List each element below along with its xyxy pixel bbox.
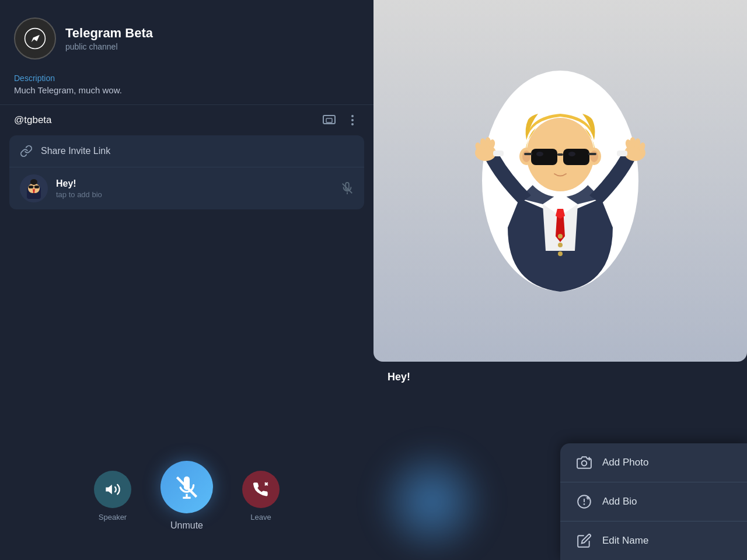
- svg-point-36: [536, 152, 543, 156]
- svg-rect-10: [29, 186, 33, 188]
- control-buttons: Speaker Unmute: [94, 461, 280, 531]
- link-icon: [20, 145, 33, 158]
- edit-name-menu-item[interactable]: Edit Name: [560, 522, 747, 560]
- user-bio: tap to add bio: [56, 190, 333, 199]
- mute-circle: [160, 461, 213, 513]
- description-label: Description: [14, 74, 359, 83]
- edit-name-label: Edit Name: [602, 535, 648, 547]
- username-text: @tgbeta: [14, 114, 52, 126]
- svg-rect-11: [34, 186, 39, 188]
- speaker-button[interactable]: Speaker: [94, 471, 131, 522]
- speaker-circle: [94, 471, 131, 508]
- blur-decoration: [374, 443, 490, 560]
- share-invite-label: Share Invite Link: [41, 146, 110, 156]
- svg-rect-31: [531, 149, 557, 165]
- username-actions: [322, 113, 359, 127]
- description-section: Description Much Telegram, much wow.: [0, 74, 374, 104]
- svg-rect-33: [557, 153, 563, 156]
- action-card: Share Invite Link: [9, 135, 364, 209]
- svg-point-53: [582, 461, 587, 466]
- svg-rect-52: [617, 150, 627, 156]
- more-options-icon[interactable]: [345, 113, 359, 127]
- channel-name: Telegram Beta: [65, 26, 153, 41]
- leave-label: Leave: [250, 513, 271, 522]
- speaker-label: Speaker: [99, 513, 127, 522]
- svg-point-3: [351, 115, 354, 117]
- svg-rect-51: [493, 150, 504, 156]
- svg-rect-32: [563, 149, 589, 165]
- user-info: Hey! tap to add bio: [56, 178, 333, 199]
- svg-point-50: [558, 251, 563, 256]
- share-invite-row[interactable]: Share Invite Link: [9, 135, 364, 167]
- svg-point-5: [351, 123, 354, 125]
- svg-point-37: [568, 152, 575, 156]
- bottom-controls: Speaker Unmute: [0, 438, 374, 560]
- channel-avatar: [14, 18, 56, 60]
- left-panel: Telegram Beta public channel Description…: [0, 0, 374, 560]
- svg-rect-34: [524, 153, 532, 155]
- description-text: Much Telegram, much wow.: [14, 85, 359, 95]
- add-photo-label: Add Photo: [602, 457, 648, 468]
- leave-button[interactable]: Leave: [242, 471, 280, 522]
- microphone-muted-icon: [341, 182, 354, 195]
- user-row[interactable]: Hey! tap to add bio: [9, 167, 364, 209]
- unmute-label: Unmute: [170, 520, 203, 531]
- user-avatar: [20, 174, 48, 202]
- sticker-area: [374, 0, 747, 362]
- svg-point-49: [558, 243, 563, 247]
- sticker-character: [455, 41, 665, 321]
- add-bio-label: Add Bio: [602, 496, 637, 508]
- svg-point-30: [590, 150, 598, 162]
- profile-name-label: Hey!: [374, 362, 747, 390]
- context-menu: Add Photo Add Bio Edit Name: [560, 443, 747, 560]
- svg-rect-2: [326, 118, 332, 123]
- add-photo-menu-item[interactable]: Add Photo: [560, 443, 747, 482]
- channel-header: Telegram Beta public channel: [0, 0, 374, 74]
- mute-button[interactable]: Unmute: [160, 461, 213, 531]
- svg-point-29: [522, 150, 530, 162]
- svg-rect-35: [588, 153, 596, 155]
- info-plus-icon: [577, 494, 593, 509]
- screen-share-icon[interactable]: [322, 113, 336, 127]
- svg-point-4: [351, 119, 354, 121]
- channel-type: public channel: [65, 42, 153, 51]
- svg-point-48: [558, 234, 563, 239]
- add-bio-menu-item[interactable]: Add Bio: [560, 482, 747, 522]
- svg-marker-16: [106, 484, 112, 494]
- camera-plus-icon: [577, 455, 593, 470]
- svg-rect-9: [30, 179, 37, 185]
- pencil-icon: [577, 533, 593, 548]
- channel-info: Telegram Beta public channel: [65, 26, 153, 51]
- user-name: Hey!: [56, 178, 333, 189]
- leave-circle: [242, 471, 280, 508]
- right-panel: Hey! Add Photo: [374, 0, 747, 560]
- username-row: @tgbeta: [0, 105, 374, 135]
